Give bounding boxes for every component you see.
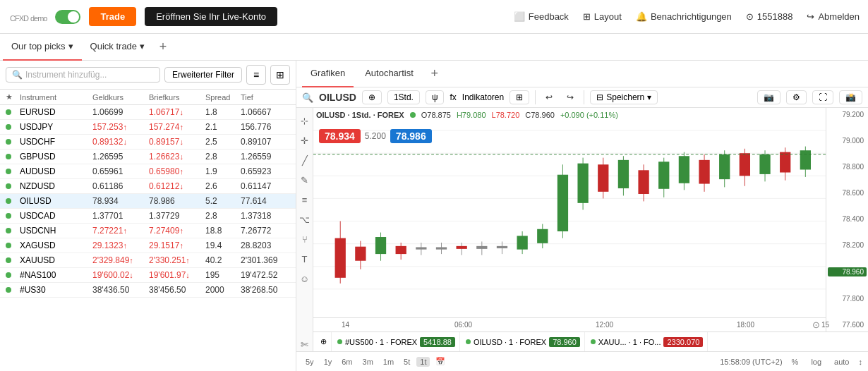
row-name: OILUSD: [20, 196, 92, 206]
grafiken-label: Grafiken: [311, 68, 345, 78]
row-dot: [6, 154, 20, 159]
camera-button[interactable]: 📸: [839, 90, 862, 104]
screenshot-button[interactable]: 📷: [757, 90, 780, 104]
nav-feedback[interactable]: ⬜ Feedback: [514, 11, 569, 22]
svg-rect-33: [577, 164, 588, 203]
indicators-label[interactable]: Indikatoren: [462, 92, 504, 102]
table-row[interactable]: EURUSD 1.06699 1.06717↓ 1.8 1.06667: [0, 105, 296, 120]
table-row[interactable]: XAGUSD 29.1323↑ 29.1517↑ 19.4 28.8203: [0, 238, 296, 253]
tab-autochartist[interactable]: Autochartist: [356, 61, 422, 87]
svg-rect-29: [537, 229, 548, 243]
table-row[interactable]: USDCNH 7.27221↑ 7.27409↑ 18.8 7.26772: [0, 224, 296, 238]
table-row[interactable]: USDJPY 157.253↑ 157.274↑ 2.1 156.776: [0, 120, 296, 135]
fullscreen-button[interactable]: ⛶: [812, 90, 833, 104]
add-chart-button[interactable]: ⊕: [362, 90, 382, 104]
table-row[interactable]: GBPUSD 1.26595 1.26623↓ 2.8 1.26559: [0, 150, 296, 164]
tab-grafiken[interactable]: Grafiken: [302, 61, 354, 87]
account-number: 1551888: [757, 11, 793, 22]
table-row[interactable]: NZDUSD 0.61186 0.61212↓ 2.6 0.61147: [0, 179, 296, 194]
row-ask: 0.61212↓: [149, 181, 205, 191]
logout-label: Abmelden: [818, 11, 860, 22]
save-button[interactable]: ⊟ Speichern ▾: [590, 90, 658, 104]
toggle-switch[interactable]: [55, 10, 80, 24]
nav-account[interactable]: ⊙ 1551888: [746, 11, 793, 22]
ohlc-dot: [410, 112, 416, 118]
redo-button[interactable]: ↪: [562, 91, 578, 104]
table-row[interactable]: XAUUSD 2'329.849↑ 2'330.251↑ 40.2 2'301.…: [0, 253, 296, 268]
table-row[interactable]: #US30 38'436.50 38'456.50 2000 38'268.50: [0, 283, 296, 298]
grid-view-button[interactable]: ⊞: [270, 65, 290, 85]
svg-rect-9: [335, 238, 346, 278]
svg-rect-25: [497, 246, 507, 248]
resize-icon[interactable]: ↕: [859, 358, 863, 366]
row-name: XAGUSD: [20, 241, 92, 250]
line-tool[interactable]: ╱: [298, 153, 312, 167]
ticker-add-icon: ⊕: [320, 337, 327, 346]
table-body: EURUSD 1.06699 1.06717↓ 1.8 1.06667 USDJ…: [0, 105, 296, 298]
auto-scale[interactable]: auto: [831, 357, 852, 367]
calendar-icon[interactable]: 📅: [435, 357, 445, 366]
table-row[interactable]: AUDUSD 0.65961 0.65980↑ 1.9 0.65923: [0, 164, 296, 179]
emoji-tool[interactable]: ☺: [298, 272, 312, 286]
ticker-add[interactable]: ⊕: [316, 332, 332, 351]
row-ask: 2'330.251↑: [149, 255, 205, 265]
table-row[interactable]: USDCAD 1.37701 1.37729 2.8 1.37318: [0, 209, 296, 224]
chart-symbol[interactable]: OILUSD: [319, 92, 356, 103]
logo: CFXDdemo: [8, 8, 47, 25]
chart-tab-add-icon: +: [431, 66, 439, 81]
table-row[interactable]: #NAS100 19'600.02↓ 19'601.97↓ 195 19'472…: [0, 268, 296, 283]
chart-tab-add[interactable]: +: [425, 64, 445, 84]
text-tool[interactable]: T: [298, 252, 312, 266]
period-5t[interactable]: 5t: [400, 357, 414, 367]
trade-button[interactable]: Trade: [89, 7, 136, 26]
table-row[interactable]: OILUSD 78.934 78.986 5.2 77.614: [0, 194, 296, 209]
undo-button[interactable]: ↩: [541, 91, 557, 104]
settings-button[interactable]: ⚙: [786, 90, 807, 104]
nav-notifications[interactable]: 🔔 Benachrichtigungen: [636, 11, 732, 22]
tab-quick-trade[interactable]: Quick trade ▾: [82, 34, 153, 61]
ticker-oilusd[interactable]: OILUSD · 1 · FOREX 78.960: [462, 332, 585, 351]
search-box[interactable]: 🔍 Instrument hinzufüg...: [6, 67, 160, 83]
ticker-dot-3: [591, 339, 596, 344]
tab-add-button[interactable]: +: [153, 37, 173, 57]
chart-tools: ⊹ ✛ ╱ ✎ ≡ ⌥ ⑂ T ☺ ✄: [296, 108, 313, 351]
period-5y[interactable]: 5y: [302, 357, 318, 367]
fork-tool[interactable]: ⑂: [298, 232, 312, 246]
row-spread: 40.2: [205, 255, 241, 265]
price-78600: 78.600: [828, 189, 867, 197]
measure-tool[interactable]: ≡: [298, 193, 312, 207]
list-view-button[interactable]: ≡: [246, 65, 266, 85]
fibonacci-tool[interactable]: ⌥: [298, 212, 312, 226]
livekonto-button[interactable]: Eröffnen Sie Ihr Live-Konto: [145, 7, 277, 26]
tab-our-picks[interactable]: Our top picks ▾: [3, 34, 82, 61]
header-nav: ⬜ Feedback ⊞ Layout 🔔 Benachrichtigungen…: [514, 11, 860, 22]
nav-logout[interactable]: ↪ Abmelden: [807, 11, 860, 22]
pencil-tool[interactable]: ✎: [298, 173, 312, 187]
timeframe-button[interactable]: 1Std.: [387, 90, 420, 104]
candle-type-button[interactable]: ψ: [426, 90, 445, 104]
period-1m[interactable]: 1m: [380, 357, 397, 367]
eraser-tool[interactable]: ✄: [298, 337, 312, 351]
period-1t[interactable]: 1t: [416, 357, 430, 367]
log-scale[interactable]: log: [807, 357, 825, 367]
ticker-us500[interactable]: #US500 · 1 · FOREX 5418.88: [333, 332, 460, 351]
row-low: 1.06667: [241, 107, 290, 117]
search-chart-icon: 🔍: [302, 92, 313, 103]
period-6m[interactable]: 6m: [338, 357, 356, 367]
crosshair-tool[interactable]: ✛: [298, 133, 312, 147]
nav-layout[interactable]: ⊞ Layout: [583, 11, 622, 22]
row-low: 156.776: [241, 122, 290, 132]
advanced-filter-button[interactable]: Erweiterter Filter: [164, 67, 242, 83]
period-buttons: 5y1y6m3m1m5t1t: [302, 357, 430, 367]
period-1y[interactable]: 1y: [320, 357, 336, 367]
ticker-price-2: 78.960: [549, 337, 580, 347]
ticker-xauusd[interactable]: XAUU... · 1 · FO... 2330.070: [586, 332, 709, 351]
zoom-button[interactable]: ⊙: [809, 317, 823, 332]
percent-scale[interactable]: %: [788, 357, 802, 367]
row-bid: 1.37701: [92, 211, 149, 221]
layout-icon: ⊞: [583, 11, 591, 22]
cursor-tool[interactable]: ⊹: [298, 114, 312, 128]
table-row[interactable]: USDCHF 0.89132↓ 0.89157↓ 2.5 0.89107: [0, 135, 296, 150]
period-3m[interactable]: 3m: [359, 357, 377, 367]
templates-button[interactable]: ⊞: [510, 90, 529, 104]
